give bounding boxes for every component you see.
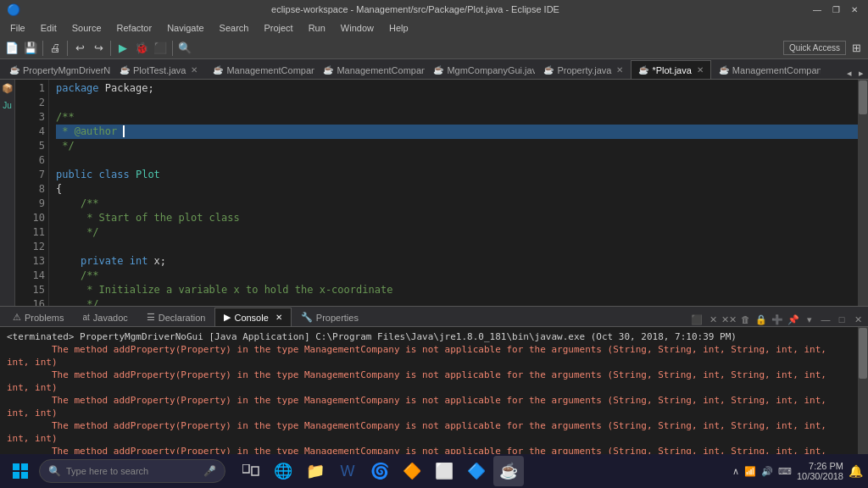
menu-refactor[interactable]: Refactor	[110, 19, 159, 37]
save-btn[interactable]: 💾	[22, 40, 39, 57]
tab-scroll-controls: ◂ ▸	[844, 68, 866, 79]
time-display[interactable]: 7:26 PM 10/30/2018	[797, 461, 843, 481]
search-toolbar-btn[interactable]: 🔍	[176, 40, 193, 57]
console-tab[interactable]: ▶ Console ✕	[214, 308, 291, 326]
console-maximize-btn[interactable]: □	[835, 313, 849, 326]
tab-label: ManagementCompany...	[732, 65, 821, 75]
package-explorer-icon[interactable]: 📦	[0, 81, 15, 96]
tab-label: ManagementCompany...	[337, 65, 426, 75]
code-line-7: public class Plot	[56, 168, 858, 182]
network-icon[interactable]: 📶	[744, 466, 756, 477]
tab-scroll-left[interactable]: ◂	[844, 68, 854, 79]
code-line-8: {	[56, 182, 858, 197]
properties-label: Properties	[316, 313, 359, 323]
tab-label: PropertyMgmDriverN...	[23, 65, 112, 75]
menu-source[interactable]: Source	[65, 19, 108, 37]
app7-btn[interactable]: 🔷	[461, 456, 492, 486]
open-perspective-btn[interactable]: ⊞	[848, 40, 865, 57]
console-pinconsole-btn[interactable]: 📌	[787, 313, 800, 326]
console-scrollbar[interactable]	[858, 327, 868, 454]
problems-tab[interactable]: ⚠ Problems	[3, 308, 73, 326]
quick-access-button[interactable]: Quick Access	[783, 41, 846, 55]
keyboard-icon[interactable]: ⌨	[778, 466, 792, 477]
console-error-5: The method addProperty(Property) in the …	[7, 445, 851, 454]
redo-btn[interactable]: ↪	[90, 40, 107, 57]
code-line-1: package Package;	[56, 81, 858, 96]
javadoc-tab[interactable]: at Javadoc	[73, 308, 136, 326]
tab-mgmtcompany1[interactable]: ☕ ManagementCompany... ✕	[205, 60, 315, 79]
minimize-button[interactable]: —	[810, 3, 824, 16]
taskview-btn[interactable]	[236, 456, 266, 486]
console-icon: ▶	[224, 312, 231, 323]
tab-close-btn[interactable]: ✕	[697, 65, 704, 75]
start-button[interactable]	[5, 456, 36, 486]
taskbar-apps: 🌐 📁 W 🌀 🔶 ⬜ 🔷 ☕	[236, 456, 524, 486]
menu-run[interactable]: Run	[302, 19, 332, 37]
app5-btn[interactable]: 🔶	[397, 456, 427, 486]
close-button[interactable]: ✕	[848, 3, 861, 16]
code-line-3: /**	[56, 110, 858, 125]
tab-mgmtcompany2[interactable]: ☕ ManagementCompany... ✕	[315, 60, 426, 79]
menu-help[interactable]: Help	[382, 19, 415, 37]
code-container[interactable]: 1 2 3 4 5 6 7 8 9 10 11 12 13 14 15 16 1…	[15, 80, 868, 306]
scroll-thumb[interactable]	[859, 80, 867, 114]
console-display-btn[interactable]: ▾	[803, 313, 816, 326]
tab-plot-active[interactable]: ☕ *Plot.java ✕	[631, 60, 710, 79]
menu-project[interactable]: Project	[257, 19, 299, 37]
eclipse-btn[interactable]: ☕	[493, 456, 524, 486]
sep1	[42, 41, 43, 56]
taskbar-search[interactable]: 🔍 Type here to search 🎤	[39, 459, 225, 483]
edge-btn[interactable]: 🌐	[268, 456, 298, 486]
declaration-tab[interactable]: ☰ Declaration	[137, 308, 215, 326]
chrome-btn[interactable]: 🌀	[364, 456, 395, 486]
properties-tab[interactable]: 🔧 Properties	[292, 308, 368, 326]
console-remove-btn[interactable]: ✕	[706, 313, 720, 326]
code-line-13: private int x;	[56, 254, 858, 269]
tab-plottest[interactable]: ☕ PlotTest.java ✕	[112, 60, 205, 79]
debug-btn[interactable]: 🐞	[133, 40, 150, 57]
explorer-btn[interactable]: 📁	[300, 456, 331, 486]
menu-search[interactable]: Search	[213, 19, 256, 37]
svg-rect-2	[13, 472, 19, 479]
outline-icon[interactable]: Ju	[1, 99, 14, 112]
code-line-2	[56, 96, 858, 110]
console-clear-btn[interactable]: 🗑	[738, 313, 752, 326]
print-btn[interactable]: 🖨	[47, 40, 64, 57]
word-btn[interactable]: W	[332, 456, 363, 486]
stop-btn[interactable]: ⬛	[152, 40, 169, 57]
console-label: Console	[234, 313, 268, 323]
menu-edit[interactable]: Edit	[34, 19, 64, 37]
console-newconsole-btn[interactable]: ➕	[771, 313, 784, 326]
editor-scrollbar[interactable]	[858, 80, 868, 306]
menu-navigate[interactable]: Navigate	[160, 19, 210, 37]
volume-icon[interactable]: 🔊	[761, 466, 773, 477]
menu-file[interactable]: File	[3, 19, 32, 37]
console-removelaunches-btn[interactable]: ✕✕	[722, 313, 736, 326]
tab-close-btn[interactable]: ✕	[616, 65, 623, 75]
notification-btn[interactable]: 🔔	[849, 464, 863, 478]
tab-close-btn[interactable]: ✕	[191, 65, 198, 75]
tray-up-icon[interactable]: ∧	[732, 466, 739, 477]
svg-rect-0	[13, 463, 19, 470]
window-controls: — ❐ ✕	[810, 3, 861, 16]
maximize-button[interactable]: ❐	[829, 3, 843, 16]
console-terminate-btn[interactable]: ⬛	[690, 313, 704, 326]
sep4	[172, 41, 173, 56]
console-close[interactable]: ✕	[275, 313, 282, 322]
console-minimaze-btn[interactable]: —	[819, 313, 832, 326]
console-scroll-thumb[interactable]	[859, 328, 867, 379]
tab-propertymgm[interactable]: ☕ PropertyMgmDriverN... ✕	[2, 60, 112, 79]
run-btn[interactable]: ▶	[114, 40, 131, 57]
tab-mgmcompanygui[interactable]: ☕ MgmCompanyGui.java ✕	[426, 60, 536, 79]
console-close-btn[interactable]: ✕	[851, 313, 865, 326]
app6-btn[interactable]: ⬜	[429, 456, 459, 486]
tab-property[interactable]: ☕ Property.java ✕	[536, 60, 631, 79]
undo-btn[interactable]: ↩	[71, 40, 88, 57]
microphone-icon[interactable]: 🎤	[203, 465, 216, 477]
code-editor[interactable]: package Package; /** * @author */ public…	[49, 80, 858, 306]
console-scrolllock-btn[interactable]: 🔒	[754, 313, 768, 326]
new-file-btn[interactable]: 📄	[3, 40, 20, 57]
menu-window[interactable]: Window	[334, 19, 381, 37]
tab-mgmtcompany3[interactable]: ☕ ManagementCompany... ✕	[711, 60, 821, 79]
tab-scroll-right[interactable]: ▸	[856, 68, 866, 79]
